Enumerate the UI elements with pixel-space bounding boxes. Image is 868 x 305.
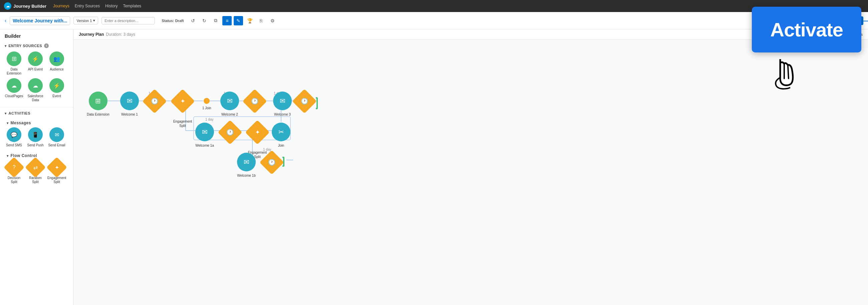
canvas-header-right: Show ✓ Labels <box>834 32 863 37</box>
labels-checkbox[interactable]: ✓ Labels <box>846 32 863 37</box>
flow-control-grid: ? Decision Split ⇄ Random Split ✦ Engage… <box>5 160 68 184</box>
chevron-messages-icon: ▾ <box>7 121 9 125</box>
welcome3-icon: ✉ <box>273 92 292 110</box>
edit-button[interactable]: ✎ <box>234 16 243 25</box>
nav-links: Journeys Entry Sources History Templates <box>53 4 141 8</box>
node-welcome3[interactable]: ✉ Welcome 3 <box>273 92 292 117</box>
sf-data-icon: ☁ <box>28 78 43 93</box>
nav-journeys[interactable]: Journeys <box>53 4 69 8</box>
sidebar-item-send-sms[interactable]: 💬 Send SMS <box>5 127 23 147</box>
description-input[interactable] <box>101 17 155 24</box>
random-split-label: Random Split <box>26 176 45 184</box>
copy-button[interactable]: ⧉ <box>211 16 220 25</box>
node-data-extension[interactable]: ⊞ Data Extension <box>87 92 110 117</box>
settings-button[interactable]: ⚙ <box>268 16 277 25</box>
exit2-icon <box>282 157 284 167</box>
send-sms-icon: 💬 <box>7 127 21 142</box>
nav-templates[interactable]: Templates <box>123 4 141 8</box>
cloudpages-label: CloudPages <box>5 94 23 98</box>
api-event-label: API Event <box>28 67 43 71</box>
check-icon: ✓ <box>846 32 850 37</box>
canvas: Journey Plan Duration: 3 days Show ✓ Lab… <box>73 29 868 305</box>
node-eng-split[interactable]: ✦ Engagement Split <box>171 93 194 128</box>
show-label: Show <box>834 32 843 36</box>
sidebar-item-random-split[interactable]: ⇄ Random Split <box>26 160 45 184</box>
event-label: Event <box>53 94 61 98</box>
sidebar-item-cloudpages[interactable]: ☁ CloudPages <box>5 78 23 102</box>
redo-button[interactable]: ↻ <box>199 16 209 25</box>
status-label: Status: Draft <box>162 19 184 23</box>
welcome1-icon: ✉ <box>120 92 139 110</box>
sidebar-resize-handle[interactable] <box>72 29 73 305</box>
entry-sources-header[interactable]: ▾ ENTRY SOURCES i <box>0 41 73 50</box>
sidebar-item-decision-split[interactable]: ? Decision Split <box>5 160 23 184</box>
toolbar-icons: ↺ ↻ ⧉ ≡ ✎ 🏆 ⎘ ⚙ <box>188 16 277 25</box>
sidebar-item-audience[interactable]: 👥 Audience <box>48 52 66 75</box>
welcome2-label: Welcome 2 <box>221 112 238 117</box>
sidebar-item-data-extension[interactable]: ⊞ Data Extension <box>5 52 23 75</box>
node-welcome1a[interactable]: ✉ Welcome 1a <box>195 123 214 148</box>
engagement-split-icon: ✦ <box>46 157 67 178</box>
random-split-icon: ⇄ <box>25 157 46 178</box>
node-join1[interactable]: 1 Join <box>202 98 211 110</box>
node-wait1[interactable]: 🕐 <box>146 93 163 110</box>
main-layout: Builder ▾ ENTRY SOURCES i ⊞ Data Extensi… <box>0 29 868 305</box>
top-nav: ☁ Journey Builder Journeys Entry Sources… <box>0 0 868 12</box>
welcome1-label: Welcome 1 <box>121 112 138 117</box>
welcome1b-label: Welcome 1b <box>237 173 255 178</box>
eng-split2-icon: ✦ <box>245 120 270 145</box>
welcome1a-label: Welcome 1a <box>195 143 214 148</box>
data-extension-label: Data Extension <box>5 67 23 75</box>
flow-button[interactable]: ≡ <box>222 16 232 25</box>
cloud-icon: ☁ <box>4 2 11 10</box>
journey-title[interactable]: Welcome Journey with... <box>10 17 70 25</box>
node-wait3[interactable]: 🕐 <box>296 93 313 110</box>
wait1a-icon: 🕐 <box>218 120 242 145</box>
activities-header[interactable]: ▾ ACTIVITIES <box>0 109 73 117</box>
day-label-4: 1 day <box>205 118 213 121</box>
back-button[interactable]: ‹ <box>5 18 6 24</box>
sidebar-item-api-event[interactable]: ⚡ API Event <box>26 52 45 75</box>
node-exit2 <box>282 157 284 167</box>
chevron-down-icon: ▾ <box>5 44 7 48</box>
entry-sources-items: ⊞ Data Extension ⚡ API Event 👥 Audience <box>0 50 73 105</box>
send-email-label: Send Email <box>48 143 65 147</box>
event-icon: ⚡ <box>50 78 64 93</box>
version-selector[interactable]: Version 1 ▾ <box>73 17 98 24</box>
data-extension-icon: ⊞ <box>7 52 21 66</box>
node-exit1 <box>316 97 318 109</box>
toolbar: ‹ Welcome Journey with... Version 1 ▾ St… <box>0 12 868 29</box>
eng-split-label: Engagement Split <box>171 119 194 128</box>
sidebar-item-event[interactable]: ⚡ Event <box>48 78 66 102</box>
node-wait1b[interactable]: 🕐 <box>263 154 280 171</box>
journey-duration: Duration: 3 days <box>106 32 135 37</box>
sidebar-item-engagement-split[interactable]: ✦ Engagement Split <box>48 160 66 184</box>
decision-split-icon: ? <box>4 157 24 178</box>
welcome3-label: Welcome 3 <box>274 112 291 117</box>
data-extension-node-icon: ⊞ <box>89 92 107 110</box>
brand-label: Journey Builder <box>13 4 46 9</box>
node-welcome2[interactable]: ✉ Welcome 2 <box>220 92 239 117</box>
chevron-activities-icon: ▾ <box>5 112 7 115</box>
sidebar-item-send-email[interactable]: ✉ Send Email <box>48 127 66 147</box>
canvas-header-left: Journey Plan Duration: 3 days <box>79 32 135 37</box>
node-wait2[interactable]: 🕐 <box>246 93 264 110</box>
join1-label: 1 Join <box>202 106 211 110</box>
messages-section: ▾ Messages 💬 Send SMS 📱 Send Push <box>0 117 73 150</box>
nav-history[interactable]: History <box>105 4 118 8</box>
wait3-icon: 🕐 <box>292 89 317 114</box>
node-wait1a[interactable]: 🕐 <box>221 124 239 141</box>
node-welcome1[interactable]: ✉ Welcome 1 <box>120 92 139 117</box>
messages-grid: 💬 Send SMS 📱 Send Push ✉ Send Email <box>5 127 68 147</box>
join2-label: Join <box>278 143 284 148</box>
sidebar-item-send-push[interactable]: 📱 Send Push <box>26 127 45 147</box>
sidebar: Builder ▾ ENTRY SOURCES i ⊞ Data Extensi… <box>0 29 73 305</box>
nav-entry-sources[interactable]: Entry Sources <box>75 4 100 8</box>
node-welcome1b[interactable]: ✉ Welcome 1b <box>237 153 256 178</box>
node-join2[interactable]: ✂ Join <box>272 123 290 148</box>
sidebar-item-sf-data[interactable]: ☁ Salesforce Data <box>26 78 45 102</box>
trophy-button[interactable]: 🏆 <box>245 16 254 25</box>
messages-header[interactable]: ▾ Messages <box>5 119 68 127</box>
undo-button[interactable]: ↺ <box>188 16 198 25</box>
export-button[interactable]: ⎘ <box>256 16 266 25</box>
